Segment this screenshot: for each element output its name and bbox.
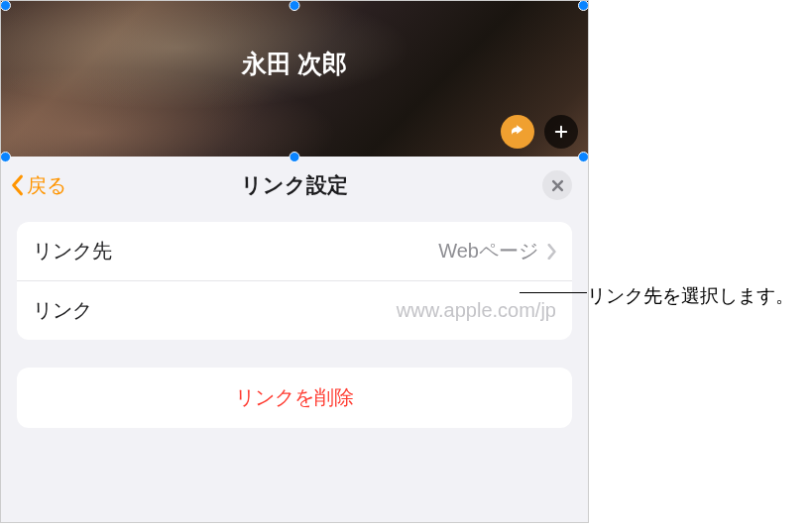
link-url-row[interactable]: リンク www.apple.com/jp [17,280,572,340]
link-target-row[interactable]: リンク先 Webページ [17,222,572,280]
link-settings-panel: 戻る リンク設定 リンク先 Webページ リンク [1,157,588,522]
delete-group: リンクを削除 [17,368,572,428]
app-window: 永田 次郎 戻る リンク設定 [0,0,589,523]
link-target-label: リンク先 [33,238,112,264]
close-button[interactable] [542,170,572,200]
header-buttons [501,115,578,149]
selection-handle[interactable] [0,152,11,162]
callout-line [520,292,587,293]
chevron-right-icon [546,244,556,260]
close-icon [551,179,564,192]
delete-link-button[interactable]: リンクを削除 [17,368,572,428]
plus-icon [552,123,570,141]
panel-title: リンク設定 [241,171,348,199]
settings-group: リンク先 Webページ リンク www.apple.com/jp [17,222,572,340]
selection-handle[interactable] [290,152,300,162]
selection-handle[interactable] [578,152,589,162]
link-url-label: リンク [33,297,92,324]
share-arrow-icon [509,123,526,141]
selection-handle[interactable] [0,0,11,11]
link-url-placeholder: www.apple.com/jp [397,299,556,322]
link-target-value: Webページ [438,238,556,264]
slide-title: 永田 次郎 [242,48,348,80]
share-button[interactable] [501,115,534,149]
selection-handle[interactable] [290,0,300,11]
add-button[interactable] [544,115,578,149]
back-button[interactable]: 戻る [9,172,66,199]
callout-text: リンク先を選択します。 [587,281,794,310]
selection-handle[interactable] [578,0,589,11]
panel-header: 戻る リンク設定 [1,157,588,214]
chevron-left-icon [9,174,25,196]
title-slide-header[interactable]: 永田 次郎 [1,1,588,157]
back-label: 戻る [27,172,66,199]
link-target-value-text: Webページ [438,238,538,264]
